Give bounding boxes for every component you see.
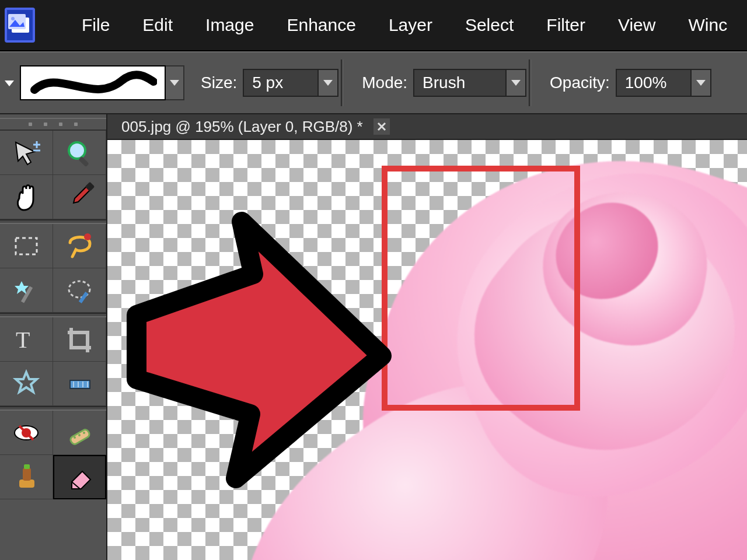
svg-point-23 (83, 432, 85, 434)
tab-close-button[interactable] (374, 118, 390, 135)
brush-preset-preview[interactable] (20, 65, 166, 100)
app-logo-icon[interactable] (5, 8, 35, 43)
cookie-cutter-tool[interactable] (0, 362, 53, 406)
toolbox-divider (0, 219, 106, 224)
opacity-dropdown[interactable] (692, 69, 711, 97)
type-tool[interactable]: T (0, 317, 53, 362)
menu-layer[interactable]: Layer (372, 15, 449, 35)
eraser-tool[interactable] (53, 455, 106, 499)
marquee-tool[interactable] (0, 224, 53, 268)
toolbox-divider (0, 406, 106, 411)
separator (529, 60, 531, 106)
options-menu-chevron-icon[interactable] (2, 76, 16, 90)
menu-file[interactable]: File (65, 15, 126, 35)
svg-rect-20 (69, 428, 90, 445)
mode-field[interactable]: Brush (413, 69, 507, 97)
move-tool[interactable] (0, 131, 53, 175)
annotation-arrow-icon (107, 198, 393, 502)
menu-image[interactable]: Image (189, 15, 270, 35)
svg-rect-12 (70, 380, 90, 388)
menu-select[interactable]: Select (449, 15, 530, 35)
svg-point-2 (11, 17, 15, 20)
zoom-tool[interactable] (53, 131, 106, 175)
document-tab[interactable]: 005.jpg @ 195% (Layer 0, RGB/8) * (121, 118, 363, 136)
opacity-field[interactable]: 100% (616, 69, 692, 97)
tool-options-bar: Size: 5 px Mode: Brush Opacity: 100% (0, 51, 747, 114)
mode-dropdown[interactable] (507, 69, 526, 97)
crop-tool[interactable] (53, 317, 106, 362)
clone-stamp-tool[interactable] (0, 455, 53, 499)
document-tab-bar: 005.jpg @ 195% (Layer 0, RGB/8) * (107, 114, 747, 140)
menu-enhance[interactable]: Enhance (270, 15, 372, 35)
annotation-highlight-box (382, 166, 580, 411)
eyedropper-tool[interactable] (53, 175, 106, 219)
svg-point-3 (69, 142, 85, 159)
lasso-tool[interactable] (53, 224, 106, 268)
menu-bar: File Edit Image Enhance Layer Select Fil… (0, 0, 747, 51)
menu-window[interactable]: Winc (672, 15, 743, 35)
canvas[interactable] (107, 140, 747, 560)
svg-text:T: T (16, 327, 30, 353)
svg-rect-10 (79, 292, 88, 303)
red-eye-tool[interactable] (0, 411, 53, 455)
straighten-tool[interactable] (53, 362, 106, 406)
hand-tool[interactable] (0, 175, 53, 219)
menu-filter[interactable]: Filter (530, 15, 602, 35)
size-dropdown[interactable] (319, 69, 338, 97)
opacity-label: Opacity: (550, 74, 610, 92)
separator (341, 60, 343, 106)
toolbox-grip[interactable] (0, 118, 106, 131)
quick-selection-tool[interactable] (53, 268, 106, 313)
svg-rect-1 (8, 14, 26, 29)
workspace: T (0, 114, 747, 560)
svg-rect-26 (24, 464, 30, 469)
magic-wand-tool[interactable] (0, 268, 53, 313)
document-area: 005.jpg @ 195% (Layer 0, RGB/8) * (107, 114, 747, 560)
toolbox-divider (0, 313, 106, 317)
svg-point-7 (84, 233, 91, 240)
toolbox: T (0, 114, 107, 560)
mode-label: Mode: (362, 74, 407, 92)
svg-rect-6 (16, 238, 37, 254)
menu-edit[interactable]: Edit (126, 15, 189, 35)
healing-brush-tool[interactable] (53, 411, 106, 455)
brush-preset-dropdown[interactable] (166, 65, 184, 100)
size-label: Size: (201, 74, 237, 92)
svg-point-22 (78, 434, 81, 436)
svg-point-21 (74, 436, 76, 439)
svg-rect-25 (23, 468, 31, 481)
size-field[interactable]: 5 px (243, 69, 319, 97)
menu-view[interactable]: View (602, 15, 672, 35)
svg-rect-24 (19, 480, 34, 488)
